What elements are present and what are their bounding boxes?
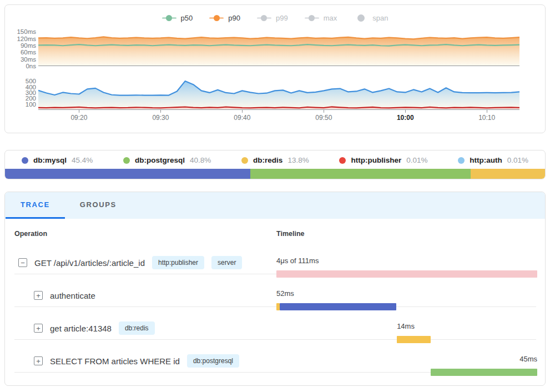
duration-label: 52ms xyxy=(276,289,294,298)
span-bar[interactable] xyxy=(397,336,431,343)
collapse-icon[interactable]: − xyxy=(18,258,27,267)
x-tick-label: 10:00 xyxy=(387,114,423,122)
legend-label: span xyxy=(372,14,388,22)
category-percent: 40.8% xyxy=(190,156,211,164)
category-name: db:postgresql xyxy=(135,156,185,164)
x-tick-label: 09:30 xyxy=(143,114,178,122)
legend-item-p99[interactable]: p99 xyxy=(257,14,288,22)
x-tick-mark xyxy=(487,110,487,113)
x-tick-label: 09:50 xyxy=(306,114,341,122)
series-marker-icon xyxy=(162,15,176,22)
legend-item-max[interactable]: max xyxy=(305,14,337,22)
legend-label: p90 xyxy=(228,14,240,22)
tab-bar: TRACEGROUPS xyxy=(5,192,545,219)
x-tick-label: 09:40 xyxy=(224,114,260,122)
category-name: http:publisher xyxy=(351,156,401,164)
operation-cell: −GET /api/v1/articles/:article_idhttp:pu… xyxy=(14,255,242,270)
timeline-cell: 14ms xyxy=(276,313,537,346)
latency-chart xyxy=(38,29,519,66)
operation-column-header: Operation xyxy=(14,230,47,238)
operation-cell: +SELECT FROM articles WHERE iddb:postgre… xyxy=(14,353,239,369)
y-tick-label: 90ms xyxy=(5,42,36,49)
operation-label: get article:41348 xyxy=(50,324,112,333)
expand-icon[interactable]: + xyxy=(34,356,43,365)
category-name: http:auth xyxy=(470,156,502,164)
breakdown-item-http:auth: http:auth0.01% xyxy=(458,156,528,164)
breakdown-panel: db:mysql45.4%db:postgresql40.8%db:redis1… xyxy=(4,150,546,179)
x-tick-mark xyxy=(242,110,243,113)
breakdown-bar-segment xyxy=(5,169,250,179)
trace-panel: TRACEGROUPS Operation Timeline −GET /api… xyxy=(4,192,546,386)
tab-trace[interactable]: TRACE xyxy=(6,192,65,219)
category-dot-icon xyxy=(458,157,465,164)
category-name: db:redis xyxy=(253,156,282,164)
breakdown-stacked-bar xyxy=(5,169,545,179)
y-tick-label: 60ms xyxy=(5,49,36,56)
breakdown-item-db:redis: db:redis13.8% xyxy=(241,156,309,164)
category-percent: 13.8% xyxy=(287,156,309,164)
category-dot-icon xyxy=(123,157,130,164)
span-bar[interactable] xyxy=(280,303,396,310)
operation-cell: +authenticate xyxy=(14,288,95,303)
operation-label: authenticate xyxy=(50,291,95,300)
timeline-cell: 4μs of 111ms xyxy=(276,248,537,280)
timeline-column-header: Timeline xyxy=(276,230,304,238)
service-badge: http:publisher xyxy=(152,256,204,269)
span-bar[interactable] xyxy=(431,369,537,376)
y-tick-label: 100 xyxy=(5,101,36,108)
table-row: +authenticate52ms xyxy=(5,280,545,313)
tab-groups[interactable]: GROUPS xyxy=(65,192,132,219)
series-marker-icon xyxy=(354,15,368,22)
breakdown-bar-segment xyxy=(471,169,545,179)
duration-label: 4μs of 111ms xyxy=(276,257,319,265)
category-name: db:mysql xyxy=(33,156,67,164)
series-marker-icon xyxy=(209,15,224,22)
category-dot-icon xyxy=(241,157,248,164)
category-percent: 0.01% xyxy=(507,156,528,164)
timeline-cell: 45ms xyxy=(276,346,537,379)
breakdown-bar-segment xyxy=(250,169,471,179)
x-tick-mark xyxy=(160,110,161,113)
category-dot-icon xyxy=(22,157,28,164)
duration-label: 45ms xyxy=(519,355,537,363)
x-tick-mark xyxy=(405,110,406,113)
breakdown-legend: db:mysql45.4%db:postgresql40.8%db:redis1… xyxy=(5,150,545,170)
legend-label: p99 xyxy=(276,14,288,22)
table-row: −GET /api/v1/articles/:article_idhttp:pu… xyxy=(5,248,545,280)
operation-label: GET /api/v1/articles/:article_id xyxy=(34,258,145,268)
chart-legend: p50p90p99maxspan xyxy=(5,14,545,22)
category-percent: 0.01% xyxy=(406,156,427,164)
y-tick-label: 120ms xyxy=(5,36,36,42)
timeline-cell: 52ms xyxy=(276,280,537,313)
operation-cell: +get article:41348db:redis xyxy=(14,320,155,336)
latency-chart-panel: p50p90p99maxspan 150ms120ms90ms60ms30ms0… xyxy=(4,4,546,133)
service-badge: server xyxy=(211,256,242,269)
category-dot-icon xyxy=(339,157,346,164)
legend-label: p50 xyxy=(181,14,193,22)
x-tick-mark xyxy=(79,110,79,113)
series-marker-icon xyxy=(257,15,271,22)
operation-label: SELECT FROM articles WHERE id xyxy=(50,356,180,366)
y-tick-label: 30ms xyxy=(5,56,36,63)
duration-label: 14ms xyxy=(397,322,415,330)
legend-item-p50[interactable]: p50 xyxy=(162,14,193,22)
expand-icon[interactable]: + xyxy=(34,291,43,300)
service-badge: db:postgresql xyxy=(187,354,239,368)
trace-rows: −GET /api/v1/articles/:article_idhttp:pu… xyxy=(5,248,545,379)
breakdown-item-db:mysql: db:mysql45.4% xyxy=(22,156,93,164)
legend-item-p90[interactable]: p90 xyxy=(209,14,240,22)
x-tick-mark xyxy=(324,110,324,113)
legend-item-span[interactable]: span xyxy=(354,14,388,22)
table-row: +SELECT FROM articles WHERE iddb:postgre… xyxy=(5,346,545,379)
breakdown-item-http:publisher: http:publisher0.01% xyxy=(339,156,427,164)
x-tick-label: 09:20 xyxy=(61,114,97,122)
y-tick-label: 0ns xyxy=(5,63,36,69)
x-tick-label: 10:10 xyxy=(469,114,504,122)
span-count-chart xyxy=(38,78,519,110)
series-marker-icon xyxy=(305,15,319,22)
service-badge: db:redis xyxy=(119,321,155,335)
category-percent: 45.4% xyxy=(72,156,93,164)
span-bar[interactable] xyxy=(276,270,537,278)
expand-icon[interactable]: + xyxy=(34,324,43,333)
legend-label: max xyxy=(324,14,337,22)
